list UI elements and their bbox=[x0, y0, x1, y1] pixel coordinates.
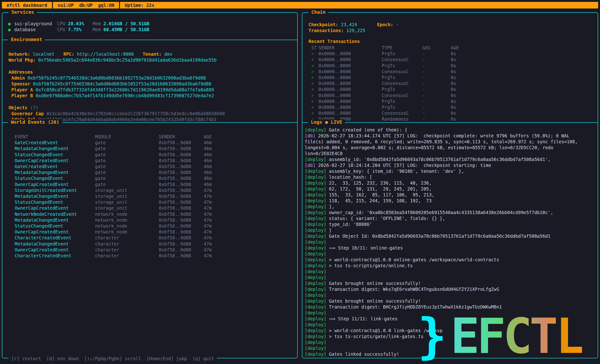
event-age: 47m bbox=[204, 187, 297, 193]
event-age: 47m bbox=[204, 193, 297, 199]
log-text: location_hash: [ bbox=[329, 174, 372, 180]
world-event-row: OwnerCapCreatedEventgate0xbf58..9d8846m bbox=[2, 182, 297, 187]
log-text: 62, 172, 50, 131, 29, 245, 201, 205, bbox=[329, 186, 432, 191]
event-sender: 0xbf58..9d88 bbox=[159, 170, 204, 175]
log-text: 155, 33, 162, 85, 117, 106, 95, 213, bbox=[329, 192, 434, 197]
event-age: 47m bbox=[204, 199, 297, 205]
event-name: OwnerCapCreatedEvent bbox=[15, 158, 95, 164]
log-tag: [deploy] bbox=[305, 239, 327, 245]
logo-letter-l: L bbox=[556, 316, 582, 356]
event-age: 47m bbox=[204, 235, 297, 241]
log-text: Transaction digest: Wks7qE6rvahWBC4Tngub… bbox=[329, 287, 499, 292]
log-line: [deploy] bbox=[305, 274, 596, 281]
service-name: sui-playground bbox=[14, 21, 57, 27]
event-module: gate bbox=[95, 152, 159, 158]
log-line: [deploy]118, 45, 215, 244, 159, 108, 192… bbox=[305, 198, 596, 204]
log-tag: [deploy] bbox=[305, 275, 327, 280]
tx-gas: - bbox=[422, 116, 451, 122]
log-line: [deploy]22, 33, 125, 232, 236, 115, 48, … bbox=[305, 180, 596, 186]
event-module: gate bbox=[95, 164, 159, 170]
world-event-row: OwnerCapCreatedEventstorage_unit0xbf58..… bbox=[2, 205, 297, 211]
service-status-dot-icon: ● bbox=[8, 27, 14, 33]
world-pkg-value: 0xf56eabc5965a2c694e836c948bc9c25a2d90f9… bbox=[38, 57, 217, 63]
address-value: 0xfc058cd7fdb37732dfd4348ff3e22600c7d119… bbox=[36, 87, 214, 92]
event-name: OwnerCapCreatedEvent bbox=[15, 182, 95, 187]
log-text: Gate created (one of them): { bbox=[329, 127, 407, 132]
address-row: Admin 0xbf58fb245c8f7546538dc3a6d0bd603b… bbox=[9, 75, 225, 81]
tx-gas: - bbox=[422, 99, 451, 104]
left-panel: Services ●sui-playgroundCPU 28.63%Mem 2.… bbox=[2, 12, 298, 358]
transaction-row: ✓0x0000..0000ConsensusC-0s bbox=[302, 57, 598, 63]
event-sender: 0xbf58..9d88 bbox=[159, 158, 204, 164]
event-sender: 0xbf58..9d88 bbox=[159, 211, 204, 217]
service-row: ●databaseCPU 7.75%Mem 60.45MB / 50.51GB bbox=[8, 27, 149, 33]
event-age: 47m bbox=[204, 217, 297, 223]
log-tag: [deploy] bbox=[305, 263, 327, 268]
transactions-value: 129,225 bbox=[346, 28, 365, 33]
tx-gas: - bbox=[422, 92, 451, 99]
tx-sender: 0x0000..0000 bbox=[319, 69, 382, 75]
rpc-value: http://localhost:9000 bbox=[77, 51, 134, 57]
log-line: [deploy]Gate created (one of them): { bbox=[305, 127, 596, 133]
epoch-value: - bbox=[396, 22, 399, 27]
addresses-list: Admin 0xbf58fb245c8f7546538dc3a6d0bd603b… bbox=[9, 75, 225, 99]
event-module: network_node bbox=[95, 211, 159, 217]
tx-gas: - bbox=[422, 110, 451, 116]
tx-type: PrgTx bbox=[382, 104, 422, 110]
event-name: OwnerCapCreatedEvent bbox=[15, 247, 95, 253]
world-pkg-row: World Pkg: 0xf56eabc5965a2c694e836c948bc… bbox=[9, 57, 225, 63]
tx-age: 0s bbox=[451, 81, 598, 86]
tx-status-check-icon: ✓ bbox=[309, 81, 319, 86]
event-name: GateCreatedEvent bbox=[15, 140, 95, 146]
world-events-table[interactable]: EVENT MODULE SENDER AGE GateCreatedEvent… bbox=[2, 134, 297, 259]
event-age: 46m bbox=[204, 182, 297, 187]
event-sender: 0xbf58..9d88 bbox=[159, 175, 204, 181]
log-tag: [deploy] bbox=[305, 245, 327, 250]
log-tag: [deploy] bbox=[305, 228, 327, 233]
log-line: [deploy]> world-contracts@1.0.0 online-g… bbox=[305, 257, 596, 263]
transaction-row: ✓0x0000..0000PrgTx-0s bbox=[302, 63, 598, 69]
log-tag: [deploy] bbox=[305, 334, 327, 339]
log-line: lsn=0/2E02E4C8 bbox=[305, 151, 596, 156]
event-module: storage_unit bbox=[95, 199, 159, 205]
log-tag: [deploy] bbox=[305, 257, 327, 262]
event-sender: 0xbf58..9d88 bbox=[159, 247, 204, 253]
log-line: [deploy]], bbox=[305, 204, 596, 210]
tx-status-check-icon: ✓ bbox=[309, 57, 319, 63]
log-tag: [deploy] bbox=[305, 174, 327, 180]
tx-type: PrgTx bbox=[382, 75, 422, 81]
log-tag: [deploy] bbox=[305, 322, 327, 327]
object-label: Governor Cap bbox=[11, 111, 44, 116]
objects-title-row: Objects (7) bbox=[9, 105, 225, 111]
event-age: 46m bbox=[204, 140, 297, 146]
event-sender: 0xbf58..9d88 bbox=[159, 217, 204, 223]
environment-separator: Environment bbox=[2, 40, 298, 40]
tx-sender: 0x0000..0000 bbox=[319, 81, 382, 86]
right-panel: Chain Checkpoint: 23,424Epoch: - Transac… bbox=[302, 12, 598, 358]
checkpoint-value: 23,424 bbox=[341, 22, 357, 27]
world-event-row: OwnerCapCreatedEventgate0xbf58..9d8846m bbox=[2, 158, 297, 164]
log-tag: [deploy] bbox=[305, 192, 327, 197]
log-tag: [deploy] bbox=[305, 298, 327, 304]
log-text: owner_cap_id: '0xa0bc8503ea54f8609205e69… bbox=[329, 210, 553, 215]
log-line: [deploy]Gates brought online successfull… bbox=[305, 298, 596, 304]
event-module: network_node bbox=[95, 223, 159, 229]
event-module: network_node bbox=[95, 217, 159, 223]
transaction-row: ✓0x0000..0000ConsensusC-0s bbox=[302, 69, 598, 75]
services-list: ●sui-playgroundCPU 28.63%Mem 2.016GB / 5… bbox=[8, 21, 149, 33]
tx-type: PrgTx bbox=[382, 63, 422, 69]
keybar: [r] restart [d] env down [↑↓/PgUp/PgDn] … bbox=[9, 356, 217, 361]
logs-separator: Logs ● LIVE bbox=[302, 122, 598, 123]
tx-age: 0s bbox=[451, 69, 598, 75]
log-text: assembly_key: { item_id: '90186', tenant… bbox=[329, 169, 464, 174]
log-line: [deploy]> tsx ts-scripts/gate/online.ts bbox=[305, 263, 596, 269]
log-tag: [deploy] bbox=[305, 180, 327, 186]
recent-transactions-rows: ✓0x0000..0000PrgTx-0s ✓0x0000..0000Conse… bbox=[302, 51, 598, 122]
log-text: > world-contracts@1.0.0 online-gates /wo… bbox=[329, 257, 499, 262]
tx-sender: 0x0000..0000 bbox=[319, 99, 382, 104]
tx-age: 0s bbox=[451, 110, 598, 116]
service-cpu: CPU 28.63% bbox=[57, 21, 93, 27]
tx-type: PrgTx bbox=[382, 51, 422, 57]
tx-gas: - bbox=[422, 104, 451, 110]
event-name: OwnerCapCreatedEvent bbox=[15, 229, 95, 235]
